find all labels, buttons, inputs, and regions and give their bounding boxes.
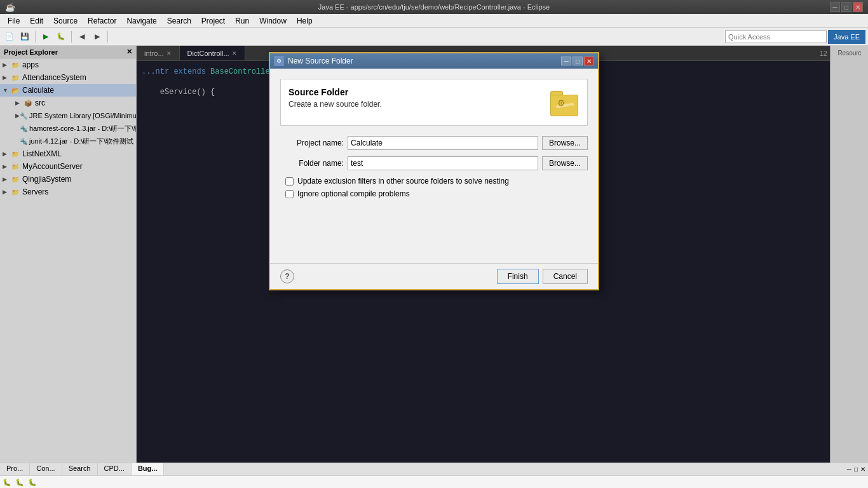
dialog-maximize-button[interactable]: □ [573, 57, 583, 65]
maximize-panel-icon[interactable]: □ [854, 466, 858, 473]
checkbox-row-2: Ignore optional compile problems [280, 189, 588, 198]
menu-navigate[interactable]: Navigate [121, 15, 161, 27]
window-controls: ─ □ ✕ [830, 2, 863, 12]
tab-pro[interactable]: Pro... [0, 463, 30, 475]
dialog-header-text: Source Folder Create a new source folder… [288, 87, 549, 109]
dialog-title-text: New Source Folder [288, 57, 353, 65]
menu-run[interactable]: Run [230, 15, 254, 27]
tab-con[interactable]: Con... [30, 463, 62, 475]
dialog-title-left: ⚙ New Source Folder [274, 56, 353, 66]
dialog-action-buttons: Finish Cancel [497, 269, 588, 284]
project-browse-button[interactable]: Browse... [542, 136, 588, 150]
run-button[interactable]: ▶ [39, 30, 53, 44]
cancel-button[interactable]: Cancel [543, 269, 588, 284]
update-exclusion-checkbox[interactable] [285, 177, 294, 186]
menu-project[interactable]: Project [196, 15, 230, 27]
app-icon: ☕ [5, 3, 15, 12]
dialog-footer: ? Finish Cancel [270, 263, 598, 289]
dialog-title-icon: ⚙ [274, 56, 284, 66]
folder-name-input[interactable] [348, 156, 538, 170]
menu-help[interactable]: Help [292, 15, 318, 27]
checkbox-row-1: Update exclusion filters in other source… [280, 177, 588, 186]
dialog-header-section: Source Folder Create a new source folder… [280, 79, 588, 126]
menu-search[interactable]: Search [162, 15, 196, 27]
maximize-button[interactable]: □ [841, 2, 851, 12]
quick-access-input[interactable] [725, 30, 827, 43]
minimize-button[interactable]: ─ [830, 2, 840, 12]
menu-window[interactable]: Window [254, 15, 292, 27]
minimize-panel-icon[interactable]: ─ [847, 466, 851, 473]
panel-controls: ─ □ ✕ [844, 463, 868, 475]
back-button[interactable]: ◀ [75, 30, 89, 44]
menu-bar: File Edit Source Refactor Navigate Searc… [0, 14, 868, 28]
tab-bug[interactable]: Bug... [132, 463, 165, 475]
bug-toolbar: 🐛 🐛 🐛 [0, 476, 868, 488]
dialog-window-controls: ─ □ ✕ [561, 57, 594, 65]
dialog-overlay: ⚙ New Source Folder ─ □ ✕ Source Folder … [0, 46, 868, 463]
folder-name-row: Folder name: Browse... [280, 156, 588, 170]
checkbox-1-label: Update exclusion filters in other source… [297, 177, 509, 186]
title-bar: ☕ Java EE - apps/src/cn/edu/tju/se/demo/… [0, 0, 868, 14]
save-button[interactable]: 💾 [18, 30, 32, 44]
menu-file[interactable]: File [3, 15, 25, 27]
menu-refactor[interactable]: Refactor [83, 15, 121, 27]
toolbar-separator-2 [71, 31, 72, 43]
bottom-panel: Pro... Con... Search CPD... Bug... ─ □ ✕… [0, 463, 868, 488]
project-name-input[interactable] [348, 136, 538, 150]
checkbox-2-label: Ignore optional compile problems [297, 189, 410, 198]
toolbar-separator-3 [107, 31, 108, 43]
project-name-row: Project name: Browse... [280, 136, 588, 150]
dialog-header-title: Source Folder [288, 87, 549, 97]
menu-source[interactable]: Source [48, 15, 83, 27]
bug-icon-1: 🐛 [3, 478, 11, 487]
window-title: Java EE - apps/src/cn/edu/tju/se/demo/we… [318, 3, 550, 11]
tab-spacer [164, 463, 844, 475]
close-panel-icon[interactable]: ✕ [860, 466, 865, 473]
new-source-folder-dialog: ⚙ New Source Folder ─ □ ✕ Source Folder … [269, 52, 599, 290]
finish-button[interactable]: Finish [497, 269, 539, 284]
new-button[interactable]: 📄 [3, 30, 17, 44]
bug-icon-3: 🐛 [28, 478, 37, 487]
forward-button[interactable]: ▶ [90, 30, 104, 44]
folder-name-label: Folder name: [280, 159, 344, 168]
bottom-tabs: Pro... Con... Search CPD... Bug... ─ □ ✕ [0, 463, 868, 476]
dialog-close-button[interactable]: ✕ [584, 57, 594, 65]
ignore-compile-checkbox[interactable] [285, 190, 294, 198]
close-button[interactable]: ✕ [853, 2, 863, 12]
tab-search[interactable]: Search [62, 463, 98, 475]
dialog-body: Source Folder Create a new source folder… [270, 69, 598, 263]
help-button[interactable]: ? [280, 269, 294, 283]
project-name-label: Project name: [280, 139, 344, 147]
toolbar-separator-1 [35, 31, 36, 43]
folder-browse-button[interactable]: Browse... [542, 156, 588, 170]
dialog-titlebar: ⚙ New Source Folder ─ □ ✕ [270, 53, 598, 69]
toolbar: 📄 💾 ▶ 🐛 ◀ ▶ Java EE [0, 28, 868, 46]
source-folder-icon: ⚙ [549, 87, 580, 118]
menu-edit[interactable]: Edit [25, 15, 48, 27]
dialog-header-subtitle: Create a new source folder. [288, 100, 549, 109]
perspective-button[interactable]: Java EE [828, 30, 865, 44]
debug-button[interactable]: 🐛 [54, 30, 68, 44]
dialog-minimize-button[interactable]: ─ [561, 57, 571, 65]
bug-icon-2: 🐛 [15, 478, 24, 487]
tab-cpd[interactable]: CPD... [98, 463, 132, 475]
dialog-spacer [280, 202, 588, 253]
